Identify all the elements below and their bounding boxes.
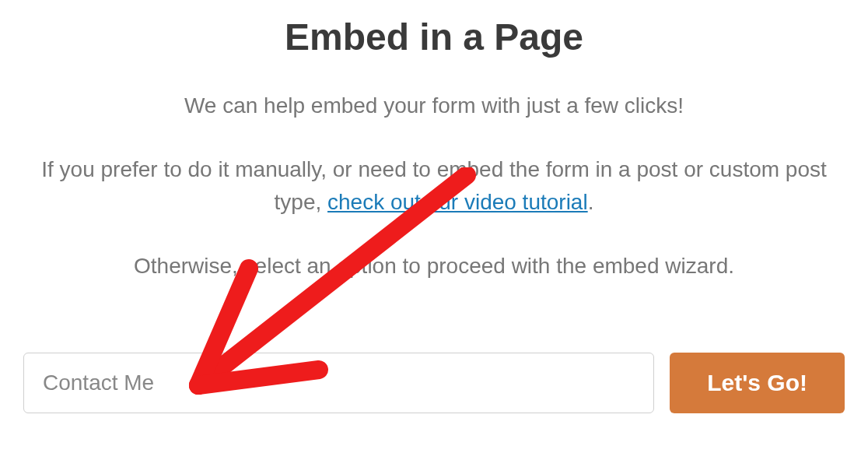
manual-suffix: .	[588, 190, 594, 214]
manual-instruction: If you prefer to do it manually, or need…	[23, 153, 845, 219]
lets-go-button[interactable]: Let's Go!	[670, 353, 845, 413]
video-tutorial-link[interactable]: check out our video tutorial	[327, 190, 588, 214]
wizard-instruction: Otherwise, select an option to proceed w…	[23, 250, 845, 283]
modal-subtitle: We can help embed your form with just a …	[23, 90, 845, 122]
page-select-input[interactable]	[23, 353, 654, 413]
action-row: Let's Go!	[23, 353, 845, 413]
embed-modal: Embed in a Page We can help embed your f…	[23, 16, 845, 413]
modal-title: Embed in a Page	[23, 16, 845, 58]
